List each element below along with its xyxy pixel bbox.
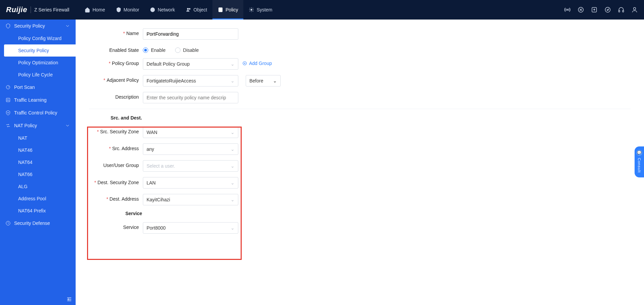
sidebar-item-label: NAT Policy — [14, 123, 37, 128]
nav-home-label: Home — [92, 7, 105, 12]
compass-icon[interactable] — [604, 6, 611, 13]
sidebar-item-label: Traffic Control Policy — [14, 110, 57, 115]
headset-icon[interactable] — [618, 6, 625, 13]
chat-icon: 💬 — [636, 150, 642, 156]
svg-point-2 — [189, 8, 190, 9]
user-icon[interactable] — [631, 6, 638, 13]
chevron-down-icon: ⌄ — [231, 61, 235, 67]
chevron-down-icon: ⌄ — [273, 78, 277, 83]
row-adjacent: *Adjacent Policy FortigatetoRuijieAccess… — [89, 75, 631, 87]
sidebar-child-alg[interactable]: ALG — [0, 180, 76, 193]
sidebar-child-nat46[interactable]: NAT46 — [0, 144, 76, 156]
sidebar-child-address-pool[interactable]: Address Pool — [0, 193, 76, 205]
svg-rect-10 — [622, 10, 623, 12]
sidebar-item-security-policy[interactable]: Security Policy — [0, 20, 76, 32]
svg-rect-9 — [619, 10, 620, 12]
home-icon — [85, 7, 90, 12]
row-name: *Name — [89, 28, 631, 40]
policy-group-label: *Policy Group — [89, 58, 143, 66]
sidebar-item-traffic-learning[interactable]: Traffic Learning — [0, 94, 76, 106]
logo-text: Ruijie — [6, 5, 27, 14]
alert-circle-icon[interactable] — [577, 6, 584, 13]
adjacent-position-select[interactable]: Before⌄ — [246, 75, 281, 87]
swap-icon — [5, 123, 11, 128]
sidebar-child-security-policy[interactable]: Security Policy — [4, 44, 76, 57]
enabled-label: Enabled State — [89, 45, 143, 53]
chevron-down-icon — [65, 123, 70, 128]
globe-icon — [150, 7, 155, 12]
sidebar-item-traffic-control[interactable]: Traffic Control Policy — [0, 106, 76, 119]
sidebar: Security Policy Policy Config Wizard Sec… — [0, 20, 76, 305]
nav-system-label: System — [256, 7, 272, 12]
radio-dot-icon — [143, 47, 148, 53]
upload-icon[interactable] — [591, 6, 598, 13]
nav-policy[interactable]: Policy — [212, 0, 243, 20]
svg-point-1 — [187, 8, 189, 9]
policy-group-select[interactable]: Default Policy Group⌄ — [143, 58, 238, 70]
policy-icon — [218, 7, 223, 12]
row-description: Description — [89, 92, 631, 103]
sidebar-child-nat64[interactable]: NAT64 — [0, 156, 76, 168]
nav-monitor[interactable]: Monitor — [111, 0, 145, 20]
nav-monitor-label: Monitor — [124, 7, 139, 12]
sidebar-child-wizard[interactable]: Policy Config Wizard — [0, 32, 76, 44]
logo-divider — [31, 6, 31, 13]
nav-system[interactable]: System — [243, 0, 278, 20]
svg-point-14 — [8, 112, 9, 113]
gear-icon — [249, 7, 254, 12]
scan-icon — [5, 84, 11, 90]
sidebar-child-nat64-prefix[interactable]: NAT64 Prefix — [0, 205, 76, 217]
collapse-icon — [66, 296, 72, 302]
nav-object[interactable]: Object — [180, 0, 212, 20]
name-label: *Name — [89, 28, 143, 36]
defense-icon — [5, 221, 11, 226]
top-nav: Home Monitor Network Object Policy Syste… — [79, 0, 278, 20]
nav-object-label: Object — [194, 7, 207, 12]
sidebar-child-nat66[interactable]: NAT66 — [0, 168, 76, 180]
sidebar-item-label: Traffic Learning — [14, 97, 47, 103]
add-group-link[interactable]: Add Group — [242, 58, 272, 66]
sidebar-item-port-scan[interactable]: Port Scan — [0, 81, 76, 94]
radio-disable[interactable]: Disable — [175, 47, 199, 53]
divider — [89, 109, 631, 109]
sidebar-item-label: Port Scan — [14, 84, 35, 90]
sidebar-item-nat-policy[interactable]: NAT Policy — [0, 119, 76, 132]
svg-point-4 — [251, 9, 252, 10]
plus-circle-icon — [242, 61, 247, 66]
users-icon — [186, 7, 191, 12]
main-content: *Name Enabled State Enable Disable *Poli… — [76, 20, 644, 305]
adjacent-label: *Adjacent Policy — [89, 75, 143, 83]
broadcast-icon[interactable] — [564, 6, 571, 13]
enabled-radios: Enable Disable — [143, 45, 199, 53]
nav-home[interactable]: Home — [79, 0, 110, 20]
svg-point-5 — [567, 9, 568, 10]
nav-network[interactable]: Network — [145, 0, 180, 20]
chevron-down-icon: ⌄ — [231, 78, 235, 83]
sidebar-item-label: Security Policy — [14, 23, 45, 29]
header-actions — [564, 6, 638, 13]
logo-subtitle: Z Series Firewall — [34, 7, 69, 12]
radio-dot-icon — [175, 47, 180, 53]
consult-tab[interactable]: 💬 Consult — [635, 146, 644, 177]
nav-policy-label: Policy — [226, 7, 238, 12]
sidebar-item-security-defense[interactable]: Security Defense — [0, 217, 76, 230]
description-label: Description — [89, 92, 143, 100]
section-src-dest: Src. and Dest. — [111, 115, 631, 121]
row-policy-group: *Policy Group Default Policy Group⌄ Add … — [89, 58, 631, 70]
shield-check-icon — [116, 7, 121, 12]
name-input[interactable] — [143, 28, 238, 40]
consult-label: Consult — [637, 158, 641, 173]
chart-icon — [5, 97, 11, 103]
sidebar-collapse-button[interactable] — [66, 296, 72, 302]
highlight-annotation — [87, 127, 242, 260]
shield-icon — [5, 23, 11, 29]
sidebar-child-nat[interactable]: NAT — [0, 132, 76, 144]
nav-network-label: Network — [158, 7, 175, 12]
adjacent-select[interactable]: FortigatetoRuijieAccess⌄ — [143, 75, 238, 87]
sidebar-child-life-cycle[interactable]: Policy Life Cycle — [0, 69, 76, 81]
svg-point-11 — [634, 7, 636, 10]
description-input[interactable] — [143, 92, 238, 103]
radio-enable[interactable]: Enable — [143, 47, 166, 53]
sidebar-child-optimization[interactable]: Policy Optimization — [0, 57, 76, 69]
sidebar-item-label: Security Defense — [14, 221, 50, 226]
